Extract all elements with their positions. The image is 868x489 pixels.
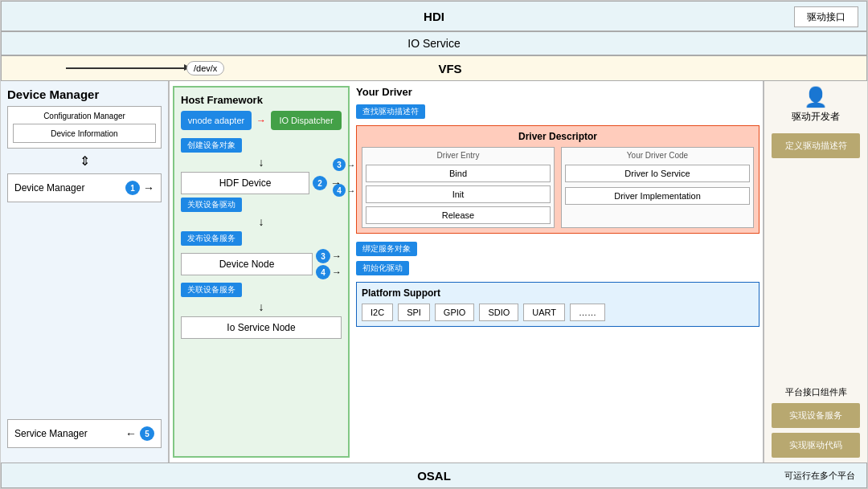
developer-label: 驱动开发者 [792, 110, 840, 124]
device-manager-box: Device Manager 1 → [7, 173, 162, 202]
hdi-label: HDI [424, 10, 444, 23]
config-manager-box: Configuration Manager Device Information [7, 106, 162, 149]
step3-left-circle: 3 [333, 158, 346, 171]
driver-entry-title: Driver Entry [366, 151, 551, 160]
vfs-devx: /dev/x [186, 61, 224, 75]
driver-descriptor-title: Driver Descriptor [362, 131, 754, 142]
step3-arrow: → [332, 251, 342, 262]
publish-service-row: 发布设备服务 [181, 231, 342, 246]
step5-circle: 5 [140, 426, 154, 441]
developer-panel: 👤 驱动开发者 定义驱动描述符 平台接口组件库 实现设备服务 实现驱动代码 [763, 81, 867, 463]
device-info-label: Device Information [51, 129, 117, 138]
down-arrow-1: ↓ [181, 156, 342, 169]
bind-btn: Bind [366, 165, 551, 182]
implement-service-btn: 实现设备服务 [772, 403, 860, 428]
service-manager-label: Service Manager [14, 428, 88, 439]
driver-io-service-box: Driver Io Service [565, 165, 750, 182]
down-arrow-3: ↓ [181, 300, 342, 313]
device-info-box: Device Information [13, 124, 156, 143]
vfs-row: /dev/x VFS [1, 55, 867, 81]
platform-support-title: Platform Support [362, 287, 754, 299]
osal-label: OSAL [417, 469, 451, 483]
your-driver-panel: Your Driver 查找驱动描述符 Driver Descriptor Dr… [356, 86, 760, 458]
main-body: Device Manager Configuration Manager Dev… [1, 81, 867, 463]
main-container: HDI 驱动接口 IO Service /dev/x VFS Device Ma… [0, 0, 868, 489]
bind-service-label: 绑定服务对象 [356, 242, 417, 256]
hdf-device-box: HDF Device [181, 172, 309, 194]
your-driver-code-col: Your Driver Code Driver Io Service Drive… [561, 147, 754, 228]
platform-support-box: Platform Support I2CSPIGPIOSDIOUART…… [356, 282, 760, 327]
developer-icon: 👤 [804, 86, 828, 108]
platform-item: I2C [362, 304, 393, 321]
double-arrow: ⇕ [7, 153, 162, 169]
hdi-row: HDI 驱动接口 [1, 1, 867, 31]
step3-circle: 3 [316, 249, 330, 263]
io-service-label: IO Service [407, 37, 460, 50]
step4-left-circle: 4 [333, 184, 346, 197]
implement-driver-btn: 实现驱动代码 [772, 433, 860, 458]
create-device-label: 创建设备对象 [181, 138, 242, 153]
vnode-box: vnode adapter [181, 111, 252, 130]
create-device-row: 创建设备对象 [181, 138, 342, 153]
host-framework-title: Host Framework [181, 94, 342, 106]
define-descriptor-btn: 定义驱动描述符 [772, 133, 860, 158]
publish-service-label: 发布设备服务 [181, 231, 242, 246]
release-btn: Release [366, 206, 551, 224]
step2-circle: 2 [313, 176, 327, 190]
vfs-label: VFS [438, 62, 461, 75]
device-node-box: Device Node [181, 253, 313, 275]
hdf-device-row: HDF Device 2 → [181, 172, 342, 194]
device-manager-panel: Device Manager Configuration Manager Dev… [1, 81, 170, 463]
vfs-arrow [66, 67, 190, 69]
driver-inner-row: Driver Entry Bind Init Release Your [362, 147, 754, 228]
host-framework-panel: Host Framework vnode adapter → IO Dispat… [173, 86, 350, 458]
step1-circle: 1 [125, 181, 140, 195]
down-arrow-2: ↓ [181, 215, 342, 228]
platform-item: SDIO [479, 304, 518, 321]
config-manager-label: Configuration Manager [13, 112, 156, 120]
platform-item: UART [523, 304, 565, 321]
hdi-right-label: 驱动接口 [807, 10, 845, 24]
init-driver-label: 初始化驱动 [356, 261, 409, 275]
lookup-row: 查找驱动描述符 [356, 104, 760, 119]
driver-entry-col: Driver Entry Bind Init Release [362, 147, 555, 228]
platform-items-row: I2CSPIGPIOSDIOUART…… [362, 304, 754, 321]
step4-arrow: → [332, 267, 342, 278]
bind-service-row: 绑定服务对象 [356, 242, 760, 256]
osal-right-label: 可运行在多个平台 [784, 470, 855, 482]
associate-service-label: 关联设备服务 [181, 283, 242, 297]
vnode-io-arrow: → [256, 111, 266, 130]
io-service-row: IO Service [1, 31, 867, 55]
your-driver-title: Your Driver [356, 86, 760, 98]
left-panel-title: Device Manager [7, 88, 162, 101]
hdi-right-box: 驱动接口 [794, 6, 858, 27]
driver-descriptor-box: Driver Descriptor Driver Entry Bind Init… [356, 125, 760, 234]
assoc-service-row: 关联设备服务 [181, 283, 342, 297]
io-dispatcher-box: IO Dispatcher [271, 111, 342, 130]
platform-item: SPI [398, 304, 430, 321]
platform-item: GPIO [435, 304, 475, 321]
your-driver-code-title: Your Driver Code [565, 151, 750, 160]
assoc-driver-row: 关联设备驱动 [181, 198, 342, 212]
driver-impl-box: Driver Implementation [565, 187, 750, 205]
left-step-connectors: 3 → 4 → [333, 158, 355, 197]
device-node-row: Device Node 3 → 4 → [181, 249, 342, 279]
step4-circle: 4 [316, 265, 330, 279]
vnode-row: vnode adapter → IO Dispatcher [181, 111, 342, 130]
lookup-driver-label: 查找驱动描述符 [356, 104, 425, 119]
device-manager-label: Device Manager [14, 182, 84, 194]
init-driver-row: 初始化驱动 [356, 261, 760, 275]
osal-row: OSAL 可运行在多个平台 [1, 463, 867, 488]
associate-driver-label: 关联设备驱动 [181, 198, 242, 212]
init-btn: Init [366, 185, 551, 203]
io-service-node-box: Io Service Node [181, 316, 342, 339]
service-manager-box: Service Manager ← 5 [7, 419, 162, 448]
platform-lib-label: 平台接口组件库 [772, 386, 860, 398]
platform-item: …… [570, 304, 605, 321]
